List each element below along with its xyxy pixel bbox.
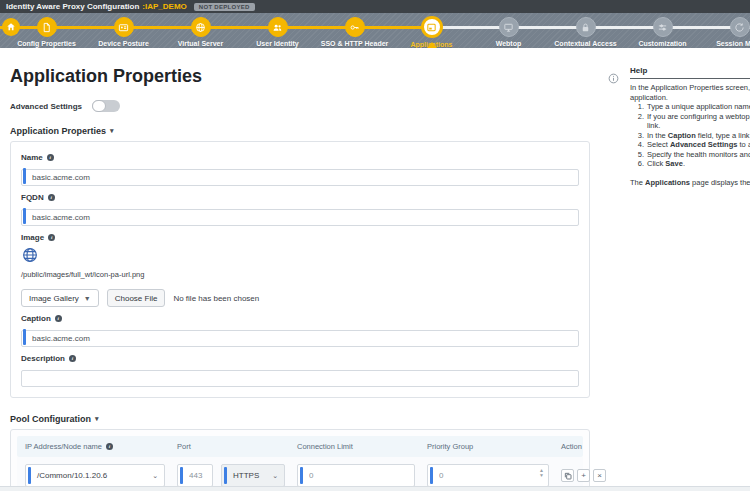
section-pool-configuration[interactable]: Pool Configuration ▾ bbox=[10, 414, 590, 424]
help-step: 3. In the Caption field, type a link tex… bbox=[630, 131, 750, 141]
key-icon bbox=[349, 22, 360, 33]
chevron-down-icon: ▾ bbox=[110, 127, 114, 135]
no-file-chosen-text: No file has been chosen bbox=[173, 294, 259, 303]
step-label: Contextual Access bbox=[554, 40, 616, 47]
required-indicator bbox=[180, 467, 183, 484]
step-label: Customization bbox=[638, 40, 686, 47]
port-input[interactable] bbox=[178, 465, 212, 486]
description-label: Description bbox=[21, 354, 65, 363]
col-port: Port bbox=[177, 442, 285, 451]
priority-group-stepper[interactable]: ▲▼ bbox=[539, 468, 544, 478]
node-select[interactable]: /Common/10.1.20.6 ⌄ bbox=[25, 464, 165, 487]
selected-image-thumbnail bbox=[21, 246, 39, 264]
step-webtop[interactable]: Webtop bbox=[470, 13, 547, 48]
section-label: Application Properties bbox=[10, 126, 106, 136]
section-application-properties[interactable]: Application Properties ▾ bbox=[10, 126, 590, 136]
required-indicator bbox=[23, 168, 26, 184]
step-label: Device Posture bbox=[98, 40, 149, 47]
required-indicator bbox=[23, 208, 26, 224]
image-gallery-select[interactable]: Image Gallery ▼ bbox=[21, 289, 99, 307]
add-row-button[interactable]: + bbox=[577, 469, 590, 482]
info-icon[interactable]: i bbox=[48, 194, 55, 201]
application-window-icon bbox=[426, 22, 437, 33]
step-customization[interactable]: Customization bbox=[624, 13, 701, 48]
globe-image-icon bbox=[22, 247, 38, 263]
application-properties-panel: Name i FQDN i Image i bbox=[10, 141, 590, 398]
help-step-continuation: link. bbox=[630, 121, 750, 131]
step-label: User Identity bbox=[256, 40, 298, 47]
bottom-divider bbox=[0, 486, 750, 491]
info-circle-icon bbox=[608, 73, 619, 84]
duplicate-row-button[interactable] bbox=[561, 469, 574, 482]
help-step: 6. Click Save. bbox=[630, 159, 750, 169]
col-action: Action bbox=[561, 442, 582, 451]
step-device-posture[interactable]: Device Posture bbox=[85, 13, 162, 48]
chevron-down-icon: ▼ bbox=[84, 295, 91, 302]
page-title: Application Properties bbox=[10, 66, 590, 87]
step-user-identity[interactable]: User Identity bbox=[239, 13, 316, 48]
choose-file-button[interactable]: Choose File bbox=[107, 289, 166, 307]
active-step-pointer bbox=[427, 42, 437, 48]
image-path-text: /public/images/full_wt/icon-pa-url.png bbox=[21, 270, 579, 279]
step-sso-http-header[interactable]: SSO & HTTP Header bbox=[316, 13, 393, 48]
help-step: 2. If you are configuring a webtop, spec… bbox=[630, 112, 750, 122]
required-indicator bbox=[300, 467, 303, 484]
step-config-properties[interactable]: Config Properties bbox=[8, 13, 85, 48]
info-icon[interactable]: i bbox=[69, 355, 76, 362]
chevron-down-icon: ⌄ bbox=[272, 472, 278, 480]
sliders-icon bbox=[657, 22, 668, 33]
required-indicator bbox=[224, 467, 227, 484]
advanced-settings-toggle[interactable] bbox=[92, 100, 120, 112]
globe-server-icon bbox=[195, 22, 206, 33]
step-label: SSO & HTTP Header bbox=[321, 40, 389, 47]
help-footer-text: The Applications page displays the new a… bbox=[630, 178, 750, 188]
step-label: Virtual Server bbox=[178, 40, 223, 47]
connection-limit-input[interactable] bbox=[298, 465, 414, 486]
history-icon bbox=[734, 22, 745, 33]
name-label: Name bbox=[21, 153, 43, 162]
info-icon[interactable]: i bbox=[47, 154, 54, 161]
step-applications[interactable]: Applications bbox=[393, 13, 470, 48]
deployment-status-badge: NOT DEPLOYED bbox=[194, 3, 255, 11]
help-intro: In the Application Properties screen, yo… bbox=[630, 83, 750, 93]
description-input[interactable] bbox=[21, 370, 579, 387]
home-icon bbox=[6, 22, 16, 32]
step-label: Config Properties bbox=[17, 40, 76, 47]
node-select-value: /Common/10.1.20.6 bbox=[37, 471, 107, 480]
name-input[interactable] bbox=[21, 169, 579, 186]
fqdn-input[interactable] bbox=[21, 209, 579, 226]
step-label: Session Mana bbox=[716, 40, 750, 47]
id-card-icon bbox=[118, 22, 129, 33]
info-icon[interactable]: i bbox=[55, 315, 62, 322]
required-indicator bbox=[23, 329, 26, 345]
chevron-down-icon: ▾ bbox=[95, 415, 99, 423]
info-icon[interactable]: i bbox=[106, 443, 113, 450]
help-panel: Help In the Application Properties scree… bbox=[600, 48, 750, 486]
pool-configuration-panel: IP Address/Node name i Port Connection L… bbox=[10, 429, 590, 491]
caption-input[interactable] bbox=[21, 330, 579, 347]
document-icon bbox=[41, 22, 52, 33]
titlebar-title: Identity Aware Proxy Configuration bbox=[6, 2, 139, 11]
image-gallery-label: Image Gallery bbox=[29, 294, 79, 303]
help-intro: application. bbox=[630, 93, 750, 103]
home-step-button[interactable] bbox=[2, 18, 20, 36]
copy-icon bbox=[564, 472, 572, 480]
protocol-select[interactable]: HTTPS ⌄ bbox=[221, 464, 285, 487]
caption-label: Caption bbox=[21, 314, 51, 323]
info-icon[interactable]: i bbox=[48, 234, 55, 241]
required-indicator bbox=[28, 467, 31, 484]
section-label: Pool Configuration bbox=[10, 414, 91, 424]
advanced-settings-label: Advanced Settings bbox=[10, 102, 82, 111]
step-session-management[interactable]: Session Mana bbox=[701, 13, 750, 48]
titlebar: Identity Aware Proxy Configuration :IAP_… bbox=[0, 0, 750, 13]
choose-file-label: Choose File bbox=[115, 294, 158, 303]
priority-group-input[interactable] bbox=[428, 465, 548, 486]
wizard-stepper: Config Properties Device Posture Virtual… bbox=[0, 13, 750, 48]
users-icon bbox=[272, 22, 283, 33]
col-ip-node: IP Address/Node name bbox=[25, 442, 102, 451]
protocol-select-value: HTTPS bbox=[233, 471, 259, 480]
step-contextual-access[interactable]: Contextual Access bbox=[547, 13, 624, 48]
step-virtual-server[interactable]: Virtual Server bbox=[162, 13, 239, 48]
col-connection-limit: Connection Limit bbox=[297, 442, 415, 451]
fqdn-label: FQDN bbox=[21, 193, 44, 202]
